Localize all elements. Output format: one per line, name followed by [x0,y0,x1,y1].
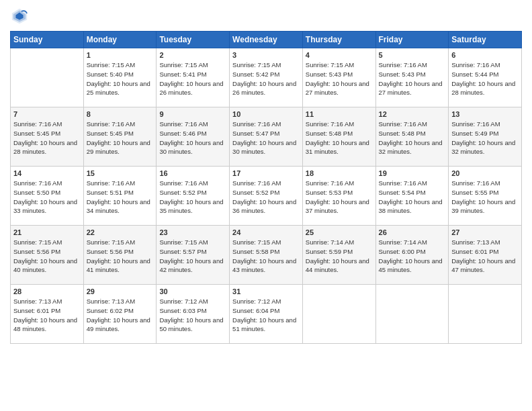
day-cell: 30Sunrise: 7:12 AM Sunset: 6:03 PM Dayli… [157,285,230,344]
day-info: Sunrise: 7:16 AM Sunset: 5:52 PM Dayligh… [232,179,300,216]
day-number: 2 [159,51,226,59]
day-info: Sunrise: 7:16 AM Sunset: 5:45 PM Dayligh… [13,120,81,156]
day-cell: 20Sunrise: 7:16 AM Sunset: 5:55 PM Dayli… [449,167,522,226]
day-number: 26 [379,228,446,236]
day-number: 4 [306,51,373,59]
day-number: 21 [13,228,81,236]
weekday-header-wednesday: Wednesday [230,32,303,48]
weekday-header-saturday: Saturday [449,32,522,48]
day-info: Sunrise: 7:16 AM Sunset: 5:55 PM Dayligh… [451,179,519,216]
day-cell: 26Sunrise: 7:14 AM Sunset: 6:00 PM Dayli… [375,226,449,285]
day-number: 6 [451,51,519,59]
day-number: 29 [87,287,154,295]
day-number: 3 [232,51,300,59]
day-cell: 13Sunrise: 7:16 AM Sunset: 5:49 PM Dayli… [449,107,522,167]
day-number: 8 [87,110,154,118]
day-info: Sunrise: 7:16 AM Sunset: 5:44 PM Dayligh… [451,60,519,97]
day-cell: 25Sunrise: 7:14 AM Sunset: 5:59 PM Dayli… [302,226,375,285]
day-info: Sunrise: 7:12 AM Sunset: 6:04 PM Dayligh… [232,297,300,334]
day-number: 14 [13,169,81,177]
day-info: Sunrise: 7:15 AM Sunset: 5:56 PM Dayligh… [13,238,81,275]
week-row-3: 14Sunrise: 7:16 AM Sunset: 5:50 PM Dayli… [11,167,522,226]
day-info: Sunrise: 7:16 AM Sunset: 5:47 PM Dayligh… [232,120,300,156]
day-cell [302,285,375,344]
day-info: Sunrise: 7:15 AM Sunset: 5:57 PM Dayligh… [159,238,226,275]
day-cell: 19Sunrise: 7:16 AM Sunset: 5:54 PM Dayli… [375,167,449,226]
day-number: 18 [306,169,373,177]
weekday-header-tuesday: Tuesday [157,32,230,48]
week-row-1: 1Sunrise: 7:15 AM Sunset: 5:40 PM Daylig… [11,48,522,107]
week-row-4: 21Sunrise: 7:15 AM Sunset: 5:56 PM Dayli… [11,226,522,285]
day-cell: 18Sunrise: 7:16 AM Sunset: 5:53 PM Dayli… [302,167,375,226]
page: SundayMondayTuesdayWednesdayThursdayFrid… [0,0,532,411]
day-info: Sunrise: 7:12 AM Sunset: 6:03 PM Dayligh… [159,297,226,334]
day-number: 1 [87,51,154,59]
day-info: Sunrise: 7:16 AM Sunset: 5:49 PM Dayligh… [451,120,519,156]
day-info: Sunrise: 7:15 AM Sunset: 5:42 PM Dayligh… [232,60,300,97]
day-cell: 31Sunrise: 7:12 AM Sunset: 6:04 PM Dayli… [230,285,303,344]
day-number: 25 [306,228,373,236]
day-cell: 27Sunrise: 7:13 AM Sunset: 6:01 PM Dayli… [449,226,522,285]
day-cell: 8Sunrise: 7:16 AM Sunset: 5:45 PM Daylig… [83,107,157,167]
day-cell: 21Sunrise: 7:15 AM Sunset: 5:56 PM Dayli… [11,226,84,285]
day-cell: 16Sunrise: 7:16 AM Sunset: 5:52 PM Dayli… [157,167,230,226]
day-number: 20 [451,169,519,177]
weekday-header-monday: Monday [83,32,157,48]
day-cell: 10Sunrise: 7:16 AM Sunset: 5:47 PM Dayli… [230,107,303,167]
day-number: 15 [87,169,154,177]
day-number: 23 [159,228,226,236]
day-info: Sunrise: 7:16 AM Sunset: 5:46 PM Dayligh… [159,120,226,156]
day-number: 17 [232,169,300,177]
day-number: 9 [159,110,226,118]
logo [10,7,32,26]
day-info: Sunrise: 7:16 AM Sunset: 5:48 PM Dayligh… [379,120,446,156]
week-row-5: 28Sunrise: 7:13 AM Sunset: 6:01 PM Dayli… [11,285,522,344]
day-info: Sunrise: 7:15 AM Sunset: 5:40 PM Dayligh… [87,60,154,97]
header [10,7,522,26]
day-cell: 3Sunrise: 7:15 AM Sunset: 5:42 PM Daylig… [230,48,303,107]
day-number: 13 [451,110,519,118]
day-cell: 23Sunrise: 7:15 AM Sunset: 5:57 PM Dayli… [157,226,230,285]
day-number: 19 [379,169,446,177]
day-number: 28 [13,287,81,295]
day-number: 16 [159,169,226,177]
day-cell: 11Sunrise: 7:16 AM Sunset: 5:48 PM Dayli… [302,107,375,167]
day-cell: 7Sunrise: 7:16 AM Sunset: 5:45 PM Daylig… [11,107,84,167]
day-cell: 6Sunrise: 7:16 AM Sunset: 5:44 PM Daylig… [449,48,522,107]
day-number: 7 [13,110,81,118]
day-cell: 17Sunrise: 7:16 AM Sunset: 5:52 PM Dayli… [230,167,303,226]
day-info: Sunrise: 7:15 AM Sunset: 5:56 PM Dayligh… [87,238,154,275]
day-cell: 2Sunrise: 7:15 AM Sunset: 5:41 PM Daylig… [157,48,230,107]
day-cell: 22Sunrise: 7:15 AM Sunset: 5:56 PM Dayli… [83,226,157,285]
day-info: Sunrise: 7:16 AM Sunset: 5:45 PM Dayligh… [87,120,154,156]
day-number: 12 [379,110,446,118]
week-row-2: 7Sunrise: 7:16 AM Sunset: 5:45 PM Daylig… [11,107,522,167]
day-cell [11,48,84,107]
day-cell: 5Sunrise: 7:16 AM Sunset: 5:43 PM Daylig… [375,48,449,107]
day-number: 22 [87,228,154,236]
day-info: Sunrise: 7:16 AM Sunset: 5:53 PM Dayligh… [306,179,373,216]
logo-icon [10,7,29,26]
day-cell: 29Sunrise: 7:13 AM Sunset: 6:02 PM Dayli… [83,285,157,344]
day-cell: 24Sunrise: 7:15 AM Sunset: 5:58 PM Dayli… [230,226,303,285]
weekday-header-friday: Friday [375,32,449,48]
day-info: Sunrise: 7:13 AM Sunset: 6:01 PM Dayligh… [451,238,519,275]
day-info: Sunrise: 7:13 AM Sunset: 6:01 PM Dayligh… [13,297,81,334]
calendar-table: SundayMondayTuesdayWednesdayThursdayFrid… [10,31,522,344]
day-cell: 14Sunrise: 7:16 AM Sunset: 5:50 PM Dayli… [11,167,84,226]
day-cell: 15Sunrise: 7:16 AM Sunset: 5:51 PM Dayli… [83,167,157,226]
day-info: Sunrise: 7:14 AM Sunset: 6:00 PM Dayligh… [379,238,446,275]
day-info: Sunrise: 7:16 AM Sunset: 5:51 PM Dayligh… [87,179,154,216]
day-cell: 4Sunrise: 7:15 AM Sunset: 5:43 PM Daylig… [302,48,375,107]
day-info: Sunrise: 7:15 AM Sunset: 5:43 PM Dayligh… [306,60,373,97]
day-cell: 1Sunrise: 7:15 AM Sunset: 5:40 PM Daylig… [83,48,157,107]
day-info: Sunrise: 7:16 AM Sunset: 5:52 PM Dayligh… [159,179,226,216]
weekday-header-sunday: Sunday [11,32,84,48]
day-cell [449,285,522,344]
weekday-header-thursday: Thursday [302,32,375,48]
day-info: Sunrise: 7:16 AM Sunset: 5:43 PM Dayligh… [379,60,446,97]
day-info: Sunrise: 7:16 AM Sunset: 5:54 PM Dayligh… [379,179,446,216]
day-cell: 28Sunrise: 7:13 AM Sunset: 6:01 PM Dayli… [11,285,84,344]
day-cell [375,285,449,344]
day-info: Sunrise: 7:13 AM Sunset: 6:02 PM Dayligh… [87,297,154,334]
